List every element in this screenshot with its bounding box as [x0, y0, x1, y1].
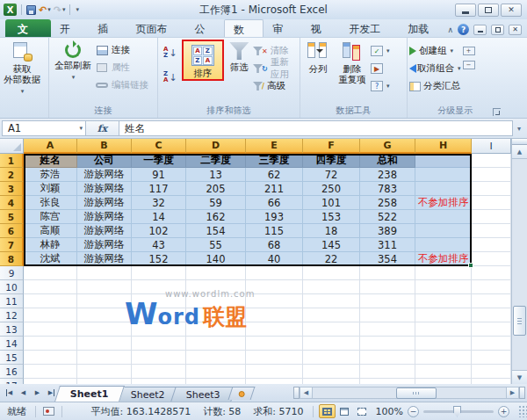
cell-F12[interactable]	[303, 308, 360, 322]
select-all-button[interactable]	[0, 139, 24, 154]
help-icon[interactable]: ?	[458, 24, 469, 35]
column-header-F[interactable]: F	[303, 139, 360, 154]
cell-A14[interactable]	[24, 337, 77, 351]
show-detail-button[interactable]: +	[463, 47, 475, 55]
row-header-16[interactable]: 16	[0, 365, 24, 379]
cell-D6[interactable]: 154	[186, 224, 246, 238]
data-validation-button[interactable]: ✓▾	[371, 44, 390, 58]
row-header-2[interactable]: 2	[0, 168, 24, 182]
tab-split-handle[interactable]	[293, 387, 300, 399]
cell-G13[interactable]	[360, 322, 415, 337]
cell-I4[interactable]	[472, 196, 511, 210]
horizontal-scrollbar-thumb[interactable]	[396, 387, 437, 399]
cell-F16[interactable]	[303, 365, 360, 379]
cell-F10[interactable]	[303, 280, 360, 294]
cell-H2[interactable]	[415, 168, 472, 182]
cell-I10[interactable]	[472, 280, 511, 294]
cell-A7[interactable]: 林静	[24, 238, 77, 252]
cell-G9[interactable]	[360, 266, 415, 280]
cell-C1[interactable]: 一季度	[132, 154, 186, 168]
row-header-12[interactable]: 12	[0, 308, 24, 322]
tab-审阅[interactable]: 审阅	[264, 19, 301, 37]
cell-H15[interactable]	[415, 351, 472, 365]
cell-G5[interactable]: 522	[360, 210, 415, 224]
hide-detail-button[interactable]: −	[463, 61, 475, 69]
subtotal-button[interactable]: 分类汇总	[409, 79, 461, 93]
scroll-down-button[interactable]: ▼	[512, 370, 527, 384]
row-header-5[interactable]: 5	[0, 210, 24, 224]
cell-B16[interactable]	[77, 365, 132, 379]
formula-bar-expand-button[interactable]: ▾	[513, 120, 525, 136]
cell-I16[interactable]	[472, 365, 511, 379]
cell-A16[interactable]	[24, 365, 77, 379]
cell-H4[interactable]: 不参加排序	[415, 196, 472, 210]
cell-B1[interactable]: 公司	[77, 154, 132, 168]
cell-B2[interactable]: 游族网络	[77, 168, 132, 182]
zoom-level[interactable]: 100%	[376, 406, 403, 417]
cell-D9[interactable]	[186, 266, 246, 280]
cell-G1[interactable]: 总和	[360, 154, 415, 168]
cell-A6[interactable]: 高顺	[24, 224, 77, 238]
cell-A11[interactable]	[24, 294, 77, 308]
sort-button[interactable]: AZ ZA 排序	[184, 42, 221, 78]
cell-I8[interactable]	[472, 252, 511, 266]
text-to-columns-button[interactable]: 分列	[302, 40, 334, 74]
cell-B14[interactable]	[77, 337, 132, 351]
cell-F2[interactable]: 72	[303, 168, 360, 182]
cell-G11[interactable]	[360, 294, 415, 308]
cell-H7[interactable]	[415, 238, 472, 252]
cell-E6[interactable]: 115	[246, 224, 303, 238]
cell-B3[interactable]: 游族网络	[77, 182, 132, 196]
cell-I3[interactable]	[472, 182, 511, 196]
properties-button[interactable]: 属性	[95, 61, 148, 75]
cell-C2[interactable]: 91	[132, 168, 186, 182]
row-header-14[interactable]: 14	[0, 337, 24, 351]
cell-G3[interactable]: 783	[360, 182, 415, 196]
tab-视图[interactable]: 视图	[302, 19, 340, 37]
cell-H13[interactable]	[415, 322, 472, 337]
refresh-all-button[interactable]: 全部刷新▾	[51, 40, 95, 83]
cell-I6[interactable]	[472, 224, 511, 238]
cell-A4[interactable]: 张良	[24, 196, 77, 210]
cell-D7[interactable]: 55	[186, 238, 246, 252]
scroll-up-button[interactable]: ▲	[512, 145, 527, 159]
horizontal-split-handle[interactable]	[519, 387, 525, 399]
cell-D2[interactable]: 13	[186, 168, 246, 182]
cell-F15[interactable]	[303, 351, 360, 365]
cell-G8[interactable]: 354	[360, 252, 415, 266]
cell-A2[interactable]: 苏浩	[24, 168, 77, 182]
cell-A1[interactable]: 姓名	[24, 154, 77, 168]
cell-G10[interactable]	[360, 280, 415, 294]
cell-F8[interactable]: 22	[303, 252, 360, 266]
name-box[interactable]: A1▾	[2, 120, 86, 136]
cell-I14[interactable]	[472, 337, 511, 351]
horizontal-scrollbar[interactable]: ◀ ▶	[293, 386, 527, 400]
close-workbook-button[interactable]: ✕	[509, 25, 522, 35]
row-header-3[interactable]: 3	[0, 182, 24, 196]
cell-C3[interactable]: 117	[132, 182, 186, 196]
cell-H14[interactable]	[415, 337, 472, 351]
cell-E7[interactable]: 68	[246, 238, 303, 252]
column-header-A[interactable]: A	[24, 139, 77, 154]
row-header-1[interactable]: 1	[0, 154, 24, 168]
cell-H3[interactable]	[415, 182, 472, 196]
cell-I15[interactable]	[472, 351, 511, 365]
cell-F5[interactable]: 153	[303, 210, 360, 224]
cell-G6[interactable]: 389	[360, 224, 415, 238]
cell-F11[interactable]	[303, 294, 360, 308]
cell-B11[interactable]	[77, 294, 132, 308]
cell-A8[interactable]: 沈斌	[24, 252, 77, 266]
previous-sheet-button[interactable]: ◀	[17, 387, 30, 400]
cell-B7[interactable]: 游族网络	[77, 238, 132, 252]
cell-A15[interactable]	[24, 351, 77, 365]
sheet-tab-Sheet3[interactable]: Sheet3	[171, 387, 236, 402]
restore-workbook-button[interactable]	[491, 25, 504, 35]
cell-G7[interactable]: 311	[360, 238, 415, 252]
cell-H16[interactable]	[415, 365, 472, 379]
insert-function-button[interactable]: fx	[86, 120, 119, 136]
filter-button[interactable]: 筛选	[226, 40, 253, 72]
cell-C5[interactable]: 14	[132, 210, 186, 224]
vertical-split-handle[interactable]	[512, 139, 527, 145]
cell-D8[interactable]: 140	[186, 252, 246, 266]
cell-F9[interactable]	[303, 266, 360, 280]
